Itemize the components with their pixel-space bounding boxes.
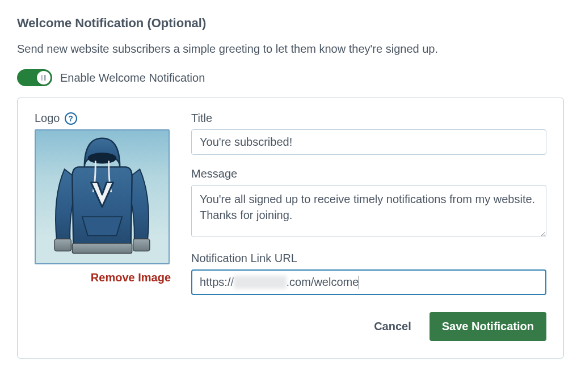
svg-rect-1	[133, 239, 150, 251]
url-label: Notification Link URL	[191, 252, 546, 265]
message-label: Message	[191, 167, 546, 180]
message-input[interactable]	[191, 185, 546, 237]
save-button[interactable]: Save Notification	[430, 312, 546, 341]
remove-image-link[interactable]: Remove Image	[35, 271, 171, 284]
title-input[interactable]	[191, 129, 546, 155]
enable-toggle-label: Enable Welcome Notification	[60, 71, 205, 85]
cancel-button[interactable]: Cancel	[371, 313, 415, 340]
url-obscured-segment: ____	[234, 276, 287, 289]
section-title: Welcome Notification (Optional)	[17, 16, 564, 31]
url-field-group: Notification Link URL https://____.com/w…	[191, 252, 546, 295]
title-label: Title	[191, 112, 546, 125]
logo-column: Logo ?	[35, 112, 171, 341]
hoodie-icon	[36, 130, 169, 263]
button-row: Cancel Save Notification	[191, 312, 546, 341]
section-description: Send new website subscribers a simple gr…	[17, 41, 564, 57]
toggle-knob	[37, 71, 50, 85]
url-prefix: https://	[200, 276, 234, 289]
url-input[interactable]: https://____.com/welcome	[191, 269, 546, 295]
toggle-row: Enable Welcome Notification	[17, 69, 564, 86]
message-field-group: Message	[191, 167, 546, 239]
settings-panel: Logo ?	[17, 98, 564, 359]
svg-rect-0	[54, 239, 71, 251]
enable-toggle[interactable]	[17, 69, 52, 86]
logo-image[interactable]	[35, 129, 170, 264]
svg-rect-2	[72, 243, 132, 254]
url-suffix: .com/welcome	[287, 276, 360, 289]
help-icon[interactable]: ?	[65, 112, 77, 125]
svg-point-3	[88, 153, 117, 164]
fields-column: Title Message Notification Link URL http…	[191, 112, 546, 341]
title-field-group: Title	[191, 112, 546, 155]
logo-label: Logo	[35, 112, 60, 125]
